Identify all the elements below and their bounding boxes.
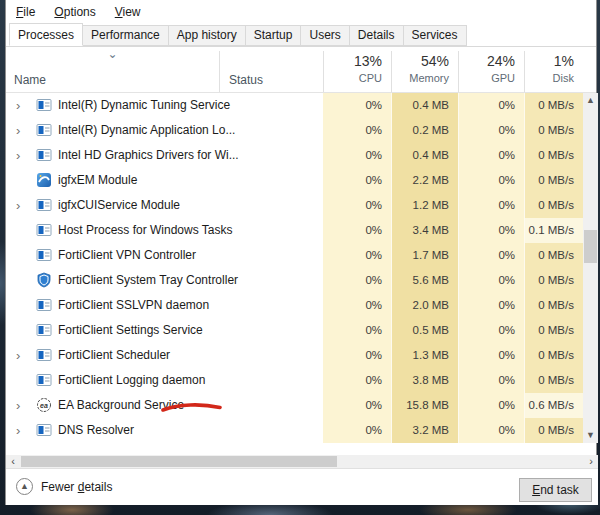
gpu-cell: 0%: [458, 143, 524, 168]
gpu-cell: 0%: [458, 293, 524, 318]
scroll-up-icon[interactable]: ▲: [583, 93, 598, 108]
menu-file[interactable]: File: [16, 2, 44, 22]
app-window-icon: [36, 122, 52, 138]
process-name: FortiClient Logging daemon: [58, 368, 205, 393]
gpu-cell: 0%: [458, 268, 524, 293]
expand-chevron-icon[interactable]: ›: [16, 393, 30, 418]
table-row[interactable]: › FortiClient Scheduler 0% 1.3 MB 0% 0 M…: [6, 343, 598, 368]
disk-cell: 0 MB/s: [524, 343, 583, 368]
menu-options[interactable]: Options: [54, 2, 104, 22]
expand-chevron-icon[interactable]: ›: [16, 143, 30, 168]
tab-startup[interactable]: Startup: [245, 25, 302, 46]
process-name: FortiClient VPN Controller: [58, 243, 196, 268]
column-header-name[interactable]: Name: [14, 73, 46, 87]
scroll-down-icon[interactable]: ▼: [583, 428, 598, 443]
horizontal-scrollbar[interactable]: ‹ ›: [6, 455, 598, 468]
table-row[interactable]: FortiClient SSLVPN daemon 0% 2.0 MB 0% 0…: [6, 293, 598, 318]
intel-graphics-icon: [36, 172, 52, 188]
tab-users[interactable]: Users: [300, 25, 349, 46]
cpu-cell: 0%: [323, 143, 391, 168]
app-window-icon: [36, 247, 52, 263]
column-header-memory[interactable]: 54% Memory: [391, 47, 458, 93]
table-row[interactable]: FortiClient Logging daemon 0% 3.8 MB 0% …: [6, 368, 598, 393]
table-row-ea-background-service[interactable]: › ea EA Background Service 0% 15.8 MB 0%…: [6, 393, 598, 418]
red-underline-annotation: [161, 399, 223, 415]
process-list: › Intel(R) Dynamic Tuning Service 0% 0.4…: [6, 93, 598, 443]
expand-chevron-icon[interactable]: ›: [16, 193, 30, 218]
tab-app-history[interactable]: App history: [168, 25, 246, 46]
menu-view[interactable]: View: [115, 2, 150, 22]
app-window-icon: [36, 322, 52, 338]
horizontal-scrollbar-thumb[interactable]: [21, 456, 337, 467]
expand-chevron-icon[interactable]: ›: [16, 118, 30, 143]
table-row[interactable]: FortiClient Settings Service 0% 0.5 MB 0…: [6, 318, 598, 343]
fewer-details-toggle[interactable]: ▲ Fewer details: [16, 478, 112, 495]
column-header-disk[interactable]: 1% Disk: [524, 47, 583, 93]
scroll-right-icon[interactable]: ›: [584, 455, 598, 468]
task-manager-window: File Options View Processes Performance …: [5, 0, 597, 505]
memory-cell: 5.6 MB: [391, 268, 458, 293]
column-header-gpu[interactable]: 24% GPU: [458, 47, 524, 93]
cpu-cell: 0%: [323, 243, 391, 268]
expand-chevron-icon[interactable]: ›: [16, 418, 30, 443]
app-window-icon: [36, 147, 52, 163]
cpu-cell: 0%: [323, 343, 391, 368]
vertical-scrollbar[interactable]: ▲ ▼: [583, 93, 598, 443]
memory-cell: 1.7 MB: [391, 243, 458, 268]
table-row[interactable]: › Intel(R) Dynamic Tuning Service 0% 0.4…: [6, 93, 598, 118]
table-row[interactable]: FortiClient System Tray Controller 0% 5.…: [6, 268, 598, 293]
table-row[interactable]: › Intel(R) Dynamic Application Lo... 0% …: [6, 118, 598, 143]
tab-services[interactable]: Services: [403, 25, 467, 46]
disk-cell: 0 MB/s: [524, 193, 583, 218]
footer-bar: ▲ Fewer details End task: [6, 468, 598, 505]
cpu-cell: 0%: [323, 418, 391, 443]
process-name: Intel(R) Dynamic Tuning Service: [58, 93, 230, 118]
gpu-cell: 0%: [458, 243, 524, 268]
gpu-label: GPU: [458, 72, 515, 84]
svg-text:ea: ea: [40, 402, 48, 409]
cpu-cell: 0%: [323, 218, 391, 243]
disk-cell: 0 MB/s: [524, 293, 583, 318]
table-row[interactable]: › DNS Resolver 0% 3.2 MB 0% 0 MB/s: [6, 418, 598, 443]
process-name: FortiClient SSLVPN daemon: [58, 293, 209, 318]
column-header-row: ⌄ Name Status 13% CPU 54% Memory 24% GPU…: [6, 47, 596, 93]
app-window-icon: [36, 297, 52, 313]
tab-performance[interactable]: Performance: [82, 25, 169, 46]
column-divider: [219, 51, 220, 92]
table-row[interactable]: Host Process for Windows Tasks 0% 3.4 MB…: [6, 218, 598, 243]
expand-chevron-icon[interactable]: ›: [16, 343, 30, 368]
process-name: FortiClient Scheduler: [58, 343, 170, 368]
disk-cell: 0 MB/s: [524, 318, 583, 343]
disk-total-percent: 1%: [524, 53, 574, 69]
disk-cell: 0 MB/s: [524, 268, 583, 293]
gpu-cell: 0%: [458, 193, 524, 218]
menu-bar: File Options View: [6, 0, 596, 24]
memory-cell: 0.4 MB: [391, 143, 458, 168]
gpu-cell: 0%: [458, 118, 524, 143]
table-row[interactable]: igfxEM Module 0% 2.2 MB 0% 0 MB/s: [6, 168, 598, 193]
memory-cell: 1.3 MB: [391, 343, 458, 368]
scroll-left-icon[interactable]: ‹: [6, 455, 20, 468]
tab-processes[interactable]: Processes: [9, 23, 83, 46]
column-header-cpu[interactable]: 13% CPU: [323, 47, 391, 93]
disk-cell: 0 MB/s: [524, 243, 583, 268]
vertical-scrollbar-thumb[interactable]: [584, 230, 597, 263]
table-row[interactable]: › Intel HD Graphics Drivers for Wi... 0%…: [6, 143, 598, 168]
process-name: Host Process for Windows Tasks: [58, 218, 233, 243]
memory-cell: 3.8 MB: [391, 368, 458, 393]
cpu-cell: 0%: [323, 293, 391, 318]
column-header-status[interactable]: Status: [229, 73, 263, 87]
memory-cell: 0.5 MB: [391, 318, 458, 343]
app-window-icon: [36, 197, 52, 213]
app-window-icon: [36, 372, 52, 388]
memory-cell: 3.4 MB: [391, 218, 458, 243]
cpu-cell: 0%: [323, 118, 391, 143]
tab-details[interactable]: Details: [349, 25, 404, 46]
end-task-button[interactable]: End task: [519, 478, 592, 502]
expand-chevron-icon[interactable]: ›: [16, 93, 30, 118]
gpu-cell: 0%: [458, 168, 524, 193]
chevron-up-circle-icon: ▲: [16, 478, 33, 495]
cpu-cell: 0%: [323, 193, 391, 218]
table-row[interactable]: FortiClient VPN Controller 0% 1.7 MB 0% …: [6, 243, 598, 268]
table-row[interactable]: › igfxCUIService Module 0% 1.2 MB 0% 0 M…: [6, 193, 598, 218]
